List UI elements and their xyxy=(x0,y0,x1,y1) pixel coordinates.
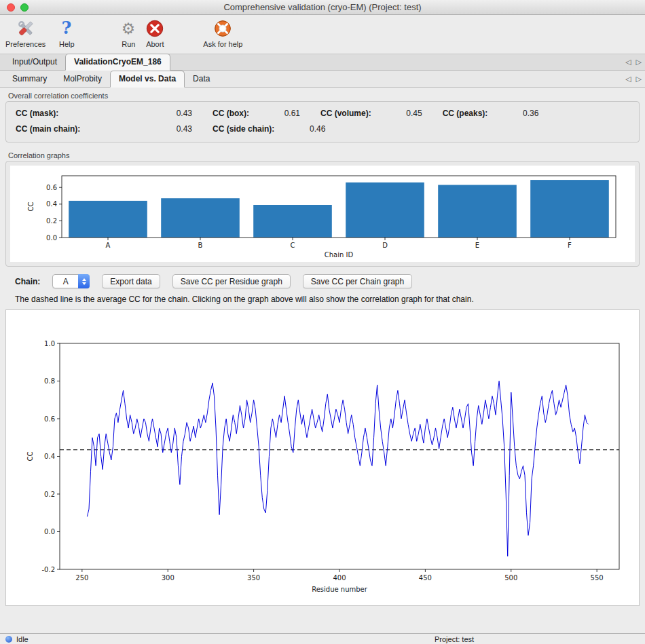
run-button[interactable]: ⚙ Run xyxy=(119,17,138,48)
svg-text:0.8: 0.8 xyxy=(44,377,55,385)
cc-per-residue-chart-svg: 250300350400450500550-0.20.00.20.40.60.8… xyxy=(10,312,635,604)
cc-side-chain-value: 0.46 xyxy=(295,124,325,134)
cc-main-chain-value: 0.43 xyxy=(155,124,192,134)
overall-cc-section-label: Overall correlation coefficients xyxy=(8,92,640,100)
cc-mask-value: 0.43 xyxy=(155,109,192,118)
status-bar: Idle Project: test xyxy=(0,633,645,644)
cc-stats-row-1: CC (mask): 0.43 CC (box): 0.61 CC (volum… xyxy=(16,109,639,118)
tab-validationcryoem-186[interactable]: ValidationCryoEM_186 xyxy=(65,54,170,71)
svg-text:CC: CC xyxy=(26,451,34,461)
tab-scroll-right-icon[interactable]: ▷ xyxy=(636,58,642,67)
chain-controls-row: Chain: A Export data Save CC per Residue… xyxy=(15,274,640,288)
abort-button[interactable]: Abort xyxy=(145,17,165,48)
svg-text:400: 400 xyxy=(333,574,346,582)
svg-text:Residue number: Residue number xyxy=(312,586,368,593)
cc-per-chain-chart[interactable]: 0.00.20.40.6ABCDEFChain IDCC xyxy=(10,166,635,262)
svg-text:0.6: 0.6 xyxy=(44,415,55,422)
chain-select[interactable]: A xyxy=(52,274,90,288)
top-tab-bar: Input/Output ValidationCryoEM_186 ◁ ▷ xyxy=(0,54,645,71)
tab-molprobity[interactable]: MolProbity xyxy=(55,71,110,87)
lifebuoy-icon xyxy=(213,17,233,40)
chain-select-label: Chain: xyxy=(15,277,40,286)
correlation-graphs-section-label: Correlation graphs xyxy=(8,151,640,159)
crossed-tools-icon xyxy=(16,17,36,40)
sub-tab-scroll-left-icon[interactable]: ◁ xyxy=(625,75,631,83)
svg-text:C: C xyxy=(291,242,295,249)
model-vs-data-panel: Overall correlation coefficients CC (mas… xyxy=(0,92,645,606)
run-label: Run xyxy=(122,40,135,48)
svg-text:450: 450 xyxy=(419,574,432,582)
cc-peaks-value: 0.36 xyxy=(508,109,538,118)
chain-select-value: A xyxy=(53,277,78,286)
preferences-button[interactable]: Preferences xyxy=(5,17,45,48)
svg-text:A: A xyxy=(106,242,111,249)
help-button[interactable]: ? Help xyxy=(56,17,77,48)
cc-box-label: CC (box): xyxy=(213,109,249,118)
svg-text:E: E xyxy=(475,242,479,249)
cc-box-value: 0.61 xyxy=(270,109,300,118)
cc-per-residue-chart: 250300350400450500550-0.20.00.20.40.60.8… xyxy=(5,309,640,606)
window-title: Comprehensive validation (cryo-EM) (Proj… xyxy=(223,2,421,12)
tab-summary[interactable]: Summary xyxy=(4,71,55,87)
svg-text:?: ? xyxy=(62,18,72,38)
svg-text:0.4: 0.4 xyxy=(44,453,55,460)
preferences-label: Preferences xyxy=(5,40,45,48)
cc-mask-label: CC (mask): xyxy=(16,109,134,118)
svg-text:300: 300 xyxy=(162,574,174,582)
svg-text:0.2: 0.2 xyxy=(44,490,55,497)
tab-scroll-arrows: ◁ ▷ xyxy=(625,58,642,67)
cc-main-chain-label: CC (main chain): xyxy=(16,124,134,134)
sub-tab-scroll-arrows: ◁ ▷ xyxy=(625,75,642,83)
close-window-button[interactable] xyxy=(7,3,15,12)
cc-per-chain-chart-svg[interactable]: 0.00.20.40.6ABCDEFChain IDCC xyxy=(10,166,635,262)
svg-text:1.0: 1.0 xyxy=(44,339,55,347)
sub-tab-scroll-right-icon[interactable]: ▷ xyxy=(636,75,642,83)
svg-text:Chain ID: Chain ID xyxy=(325,251,354,259)
svg-text:0.6: 0.6 xyxy=(46,184,57,191)
ask-for-help-button[interactable]: Ask for help xyxy=(203,17,242,48)
svg-text:F: F xyxy=(568,242,572,249)
svg-text:CC: CC xyxy=(27,202,35,212)
svg-text:0.2: 0.2 xyxy=(46,217,57,225)
ask-for-help-label: Ask for help xyxy=(203,40,242,48)
status-dot-icon xyxy=(5,636,12,643)
tab-input-output[interactable]: Input/Output xyxy=(4,54,65,70)
svg-text:⚙: ⚙ xyxy=(122,20,135,37)
svg-text:-0.2: -0.2 xyxy=(41,565,55,573)
svg-text:350: 350 xyxy=(247,574,260,582)
titlebar[interactable]: Comprehensive validation (cryo-EM) (Proj… xyxy=(0,0,645,15)
tab-data[interactable]: Data xyxy=(185,71,218,87)
gear-icon: ⚙ xyxy=(119,17,138,40)
cc-stats-row-2: CC (main chain): 0.43 CC (side chain): 0… xyxy=(16,124,639,134)
tab-model-vs-data[interactable]: Model vs. Data xyxy=(110,71,185,88)
window-controls xyxy=(7,3,29,12)
cc-volume-value: 0.45 xyxy=(392,109,422,118)
cc-peaks-label: CC (peaks): xyxy=(443,109,488,118)
cc-side-chain-label: CC (side chain): xyxy=(213,124,274,134)
save-cc-per-chain-graph-button[interactable]: Save CC per Chain graph xyxy=(303,274,412,288)
svg-text:B: B xyxy=(198,242,203,249)
svg-text:0.4: 0.4 xyxy=(46,200,57,208)
abort-x-icon xyxy=(145,17,165,40)
abort-label: Abort xyxy=(146,40,164,48)
save-cc-per-residue-graph-button[interactable]: Save CC per Residue graph xyxy=(172,274,291,288)
status-text: Idle xyxy=(16,635,29,643)
chevron-up-down-icon[interactable] xyxy=(78,274,90,288)
zoom-window-button[interactable] xyxy=(20,3,29,12)
svg-text:250: 250 xyxy=(75,574,88,582)
svg-text:500: 500 xyxy=(504,574,517,582)
question-mark-icon: ? xyxy=(56,17,77,40)
sub-tab-bar: Summary MolProbity Model vs. Data Data ◁… xyxy=(0,71,645,88)
project-label: Project: test xyxy=(435,635,474,643)
dashed-line-note: The dashed line is the average CC for th… xyxy=(15,295,640,304)
overall-cc-groupbox: CC (mask): 0.43 CC (box): 0.61 CC (volum… xyxy=(5,101,640,143)
export-data-button[interactable]: Export data xyxy=(102,274,160,288)
correlation-graphs-groupbox: 0.00.20.40.6ABCDEFChain IDCC xyxy=(5,161,640,267)
cc-volume-label: CC (volume): xyxy=(320,109,371,118)
svg-text:D: D xyxy=(382,242,388,249)
svg-text:0.0: 0.0 xyxy=(44,528,55,535)
tab-scroll-left-icon[interactable]: ◁ xyxy=(625,58,631,67)
svg-text:0.0: 0.0 xyxy=(46,234,57,242)
toolbar: Preferences ? Help ⚙ Run Abort xyxy=(0,15,645,54)
help-label: Help xyxy=(59,40,75,48)
